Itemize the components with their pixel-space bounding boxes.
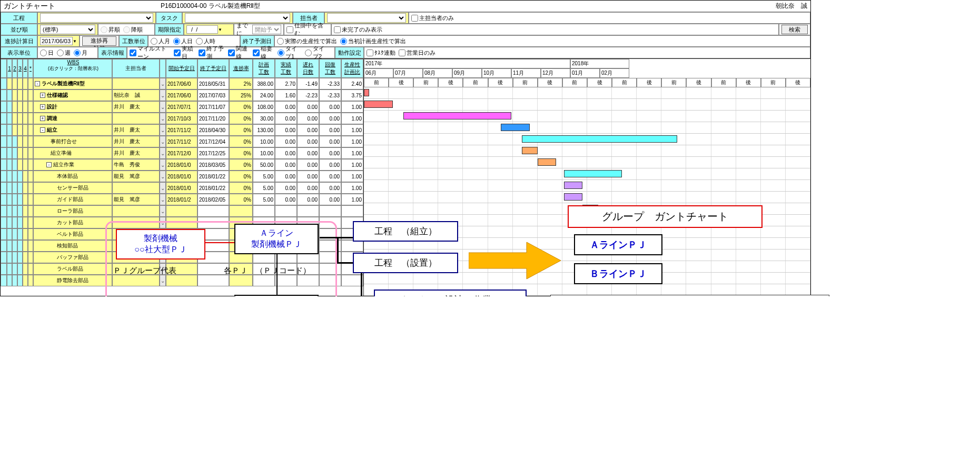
box-a-line: Ａライン 製剤機械ＰＪ bbox=[234, 224, 319, 254]
tree-toggle-icon[interactable]: - bbox=[40, 127, 45, 133]
radio-shu[interactable]: 週 bbox=[57, 49, 71, 57]
col-seisan[interactable]: 生産性 計画比 bbox=[344, 61, 360, 76]
group-gantt-label: グループ ガントチャート bbox=[568, 205, 763, 228]
dropdown-icon[interactable]: ⌄ bbox=[160, 78, 166, 89]
table-row[interactable]: 本体部品能見 篤彦⌄2018/01/02018/01/220%5.000.000… bbox=[1, 171, 363, 182]
radio-ningetsu[interactable]: 人月 bbox=[151, 37, 170, 45]
radio-ninnichi[interactable]: 人日 bbox=[173, 37, 193, 45]
dropdown-icon[interactable]: ⌄ bbox=[160, 171, 166, 182]
gantt-bar[interactable] bbox=[403, 112, 511, 119]
dropdown-icon[interactable]: ⌄ bbox=[160, 147, 166, 159]
level-header-3[interactable]: 3 bbox=[17, 59, 23, 78]
gantt-bar[interactable] bbox=[564, 170, 622, 177]
radio-tosho[interactable]: 当初計画生産性で算出 bbox=[340, 37, 406, 45]
table-row[interactable]: -ラベル製造機RⅡ型⌄2017/06/02018/05/312%388.002.… bbox=[1, 78, 363, 89]
diagram-overlay: 製剤機械 ○○社大型ＰＪ ＰＪグループ代表 Ａライン 製剤機械ＰＪ Ｂライン 製… bbox=[100, 221, 821, 296]
check-jisseki[interactable]: 実績日 bbox=[174, 45, 195, 61]
dropdown-icon[interactable]: ⌄ bbox=[160, 182, 166, 194]
dropdown-icon[interactable]: ⌄ bbox=[160, 101, 166, 113]
col-prog[interactable]: 進捗率 bbox=[233, 65, 249, 72]
gantt-bar[interactable] bbox=[522, 147, 538, 154]
check-main-tanto-only[interactable]: 主担当者のみ bbox=[411, 14, 454, 22]
level-header-4[interactable]: 4 bbox=[23, 59, 28, 78]
a-line-pj-label: ＡラインＰＪ bbox=[574, 234, 662, 255]
col-start[interactable]: 開始予定日 bbox=[169, 65, 195, 72]
table-row[interactable]: ローラ部品⌄ bbox=[1, 205, 363, 217]
radio-hi[interactable]: 日 bbox=[40, 49, 54, 57]
radio-desc[interactable]: 降順 bbox=[123, 26, 143, 34]
gantt-bar[interactable] bbox=[564, 182, 582, 189]
connector-line bbox=[276, 254, 278, 295]
col-jisseki[interactable]: 実績 工数 bbox=[281, 61, 291, 76]
tree-toggle-icon[interactable]: - bbox=[35, 81, 40, 86]
check-mikanryo[interactable]: 未完了のみ表示 bbox=[334, 26, 382, 34]
level-header-1[interactable]: 1 bbox=[7, 59, 12, 78]
check-inazuma[interactable]: 稲妻線 bbox=[253, 45, 274, 61]
col-keikaku[interactable]: 計画 工数 bbox=[259, 61, 269, 76]
table-row[interactable]: 組立準備井川 慶太⌄2017/12/02017/12/250%10.000.00… bbox=[1, 147, 363, 159]
gantt-bar[interactable] bbox=[538, 158, 556, 166]
dropdown-icon[interactable]: ⌄ bbox=[160, 205, 166, 217]
col-end[interactable]: 終了予定日 bbox=[200, 65, 226, 72]
table-row[interactable]: -組立井川 慶太⌄2017/11/22018/04/300%130.000.00… bbox=[1, 124, 363, 136]
recalc-button[interactable]: 進捗再計算 bbox=[82, 36, 116, 46]
select-sort[interactable]: (標準) bbox=[40, 25, 95, 34]
tree-toggle-icon[interactable]: + bbox=[40, 104, 45, 109]
mini-gantt-window: ガントチャート（グループ） P083AR001-00 関ネットスーパーサイト構築… bbox=[550, 295, 829, 296]
table-row[interactable]: ガイド部品能見 篤彦⌄2018/01/22018/02/050%5.000.00… bbox=[1, 194, 363, 205]
check-kanren[interactable]: 関連線 bbox=[228, 45, 250, 61]
table-row[interactable]: -組立作業牛島 秀俊⌄2018/01/02018/03/050%50.000.0… bbox=[1, 159, 363, 171]
search-button[interactable]: 検索 bbox=[781, 25, 808, 34]
label-sort: 並び順 bbox=[1, 24, 37, 35]
radio-type2[interactable]: タイプ2 bbox=[305, 45, 329, 61]
input-period-date[interactable] bbox=[186, 25, 218, 34]
dropdown-icon[interactable]: ⌄ bbox=[160, 159, 166, 171]
col-tanto: 主担当者 bbox=[112, 59, 160, 78]
dropdown-icon[interactable]: ⌄ bbox=[160, 113, 166, 124]
gantt-bar[interactable] bbox=[522, 135, 677, 143]
table-row[interactable]: +仕様確認朝比奈 誠⌄2017/06/02017/07/0325%24.001.… bbox=[1, 89, 363, 101]
toolbar-row-4: 表示単位 日 週 月 表示情報 マイルストーン 実績日 終了予測 関連線 稲妻線… bbox=[1, 47, 810, 58]
check-milestone[interactable]: マイルストーン bbox=[130, 45, 171, 61]
check-task-rendo[interactable]: ﾀｽｸ連動 bbox=[367, 49, 395, 57]
gantt-bar[interactable] bbox=[501, 124, 530, 131]
col-kaifuku[interactable]: 回復 工数 bbox=[325, 61, 335, 76]
check-yosoku[interactable]: 終了予測 bbox=[199, 45, 225, 61]
gantt-bar[interactable] bbox=[364, 101, 393, 108]
table-row[interactable]: 事前打合せ井川 慶太⌄2017/11/22017/12/040%10.000.0… bbox=[1, 136, 363, 147]
radio-asc[interactable]: 昇順 bbox=[101, 26, 120, 34]
mini-title: ガントチャート（グループ） bbox=[554, 296, 622, 297]
caption-group-rep: ＰＪグループ代表 bbox=[113, 266, 176, 276]
radio-ninji[interactable]: 人時 bbox=[196, 37, 215, 45]
select-tanto[interactable] bbox=[327, 13, 406, 23]
table-row[interactable]: +設計井川 慶太⌄2017/07/12017/11/070%108.000.00… bbox=[1, 101, 363, 113]
table-row[interactable]: +調達⌄2017/10/32017/11/200%30.000.000.000.… bbox=[1, 113, 363, 124]
gantt-bar[interactable] bbox=[364, 89, 369, 96]
radio-jissai[interactable]: 実際の生産性で算出 bbox=[277, 37, 337, 45]
level-header-2[interactable]: 2 bbox=[12, 59, 17, 78]
table-row[interactable]: センサー部品⌄2018/01/02018/01/220%5.000.000.00… bbox=[1, 182, 363, 194]
level-header-*[interactable]: * bbox=[28, 59, 33, 78]
dropdown-icon[interactable]: ⌄ bbox=[160, 89, 166, 101]
check-eigyobi[interactable]: 営業日のみ bbox=[399, 49, 435, 57]
timeline-row bbox=[364, 145, 810, 157]
select-kotei[interactable] bbox=[40, 13, 153, 23]
input-shincho-date[interactable] bbox=[40, 37, 73, 45]
radio-type1[interactable]: タイプ1 bbox=[278, 45, 302, 61]
titlebar: ガントチャート P16D100004-00 ラベル製造機RⅡ型 朝比奈 誠 bbox=[1, 1, 810, 12]
wbs-header-link[interactable]: WBS bbox=[67, 59, 80, 65]
select-start-plan[interactable]: 開始予定 bbox=[252, 25, 281, 34]
col-okure[interactable]: 遅れ 日数 bbox=[303, 61, 313, 76]
dropdown-icon[interactable]: ⌄ bbox=[160, 194, 166, 205]
wbs-hint: (右クリック：階層表示) bbox=[48, 65, 98, 72]
label-dosa: 動作設定 bbox=[335, 47, 364, 58]
tree-toggle-icon[interactable]: + bbox=[40, 93, 45, 98]
dropdown-icon[interactable]: ⌄ bbox=[160, 136, 166, 147]
label-shincho: 進捗計算日 bbox=[1, 35, 37, 47]
gantt-bar[interactable] bbox=[564, 193, 582, 201]
dropdown-icon[interactable]: ⌄ bbox=[160, 124, 166, 136]
tree-toggle-icon[interactable]: - bbox=[46, 162, 52, 167]
box-group-rep: 製剤機械 ○○社大型ＰＪ bbox=[116, 229, 205, 260]
tree-toggle-icon[interactable]: + bbox=[40, 116, 45, 121]
radio-tsuki[interactable]: 月 bbox=[74, 49, 87, 57]
